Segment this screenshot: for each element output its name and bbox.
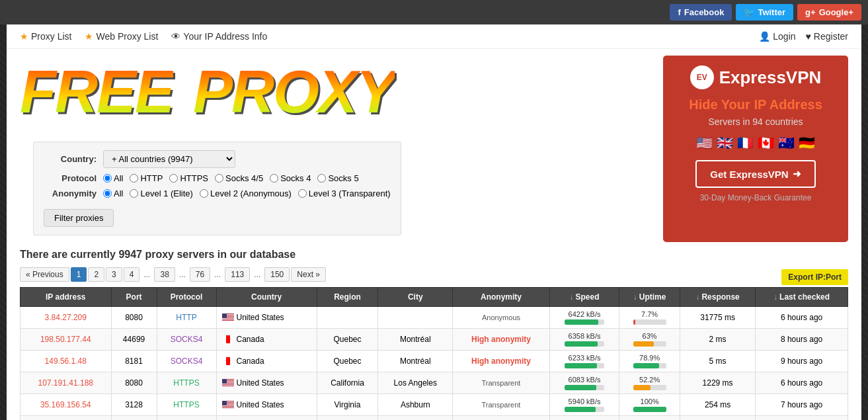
nav-login[interactable]: 👤 Login xyxy=(759,31,795,42)
ad-brand: ExpressVPN xyxy=(719,67,822,88)
ip-link[interactable]: 149.56.1.48 xyxy=(45,357,87,366)
ip-link[interactable]: 107.191.41.188 xyxy=(38,378,93,388)
cell-last-checked: 7 hours ago xyxy=(756,416,848,421)
cell-speed: 6083 kB/s xyxy=(549,372,619,394)
ip-link[interactable]: 3.84.27.209 xyxy=(45,313,87,322)
export-button[interactable]: Export IP:Port xyxy=(781,269,848,285)
cell-country: United States xyxy=(216,416,317,421)
cell-city: Montréal xyxy=(378,329,453,351)
cell-ip: 35.169.156.54 xyxy=(20,394,112,416)
anon-all[interactable]: All xyxy=(103,189,123,198)
cell-last-checked: 8 hours ago xyxy=(756,329,848,351)
protocol-https[interactable]: HTTPS xyxy=(169,173,208,183)
svg-rect-5 xyxy=(222,319,234,320)
facebook-button[interactable]: f Facebook xyxy=(670,4,732,21)
page-dots-1: ... xyxy=(141,268,153,281)
protocol-socks5[interactable]: Socks 5 xyxy=(317,173,358,183)
nav-ip-label: Your IP Address Info xyxy=(183,31,267,42)
google-label: Google+ xyxy=(819,7,853,17)
cell-ip: 3.84.27.209 xyxy=(20,307,112,329)
protocol-socks4[interactable]: Socks 4 xyxy=(270,173,311,183)
anon-level2[interactable]: Level 2 (Anonymous) xyxy=(200,189,292,198)
anon-level1[interactable]: Level 1 (Elite) xyxy=(130,189,192,198)
protocol-socks45[interactable]: Socks 4/5 xyxy=(215,173,263,183)
nav-register[interactable]: ♥ Register xyxy=(806,31,848,42)
page-btn-2[interactable]: 2 xyxy=(88,267,104,282)
cell-port: 8080 xyxy=(111,307,157,329)
nav-ip-info[interactable]: 👁 Your IP Address Info xyxy=(171,31,267,42)
page-btn-113[interactable]: 113 xyxy=(225,267,250,282)
uptime-label: 7.7% xyxy=(641,310,658,318)
speed-label: 6422 kB/s xyxy=(569,310,601,318)
cell-response: 62 ms xyxy=(680,416,756,421)
prev-page-btn[interactable]: « Previous xyxy=(20,267,69,282)
th-region: Region xyxy=(317,288,378,307)
nav-web-proxy-label: Web Proxy List xyxy=(96,31,158,42)
ip-link[interactable]: 35.169.156.54 xyxy=(40,400,91,409)
nav-register-label: Register xyxy=(814,31,848,42)
next-page-btn[interactable]: Next » xyxy=(291,267,326,282)
page-btn-4[interactable]: 4 xyxy=(124,267,140,282)
country-name: United States xyxy=(237,378,284,388)
country-name: Canada xyxy=(237,357,264,366)
cell-region: Quebec xyxy=(317,351,378,372)
table-row: 35.169.156.54 3128 HTTPS United States V… xyxy=(20,394,848,416)
country-select[interactable]: + All countries (9947) xyxy=(103,150,235,168)
nav-login-label: Login xyxy=(773,31,795,42)
nav-proxy-list-label: Proxy List xyxy=(31,31,71,42)
twitter-label: Twitter xyxy=(758,7,785,17)
cell-region xyxy=(317,307,378,329)
page-btn-76[interactable]: 76 xyxy=(190,267,210,282)
page-btn-38[interactable]: 38 xyxy=(154,267,175,282)
cell-protocol: HTTPS xyxy=(157,394,216,416)
table-row: 38.91.100.122 3128 HTTPS United States T… xyxy=(20,416,848,421)
db-count: There are currently 9947 proxy servers i… xyxy=(20,249,848,261)
cell-region: Virginia xyxy=(317,394,378,416)
cell-port: 3128 xyxy=(111,394,157,416)
main-container: ★ Proxy List ★ Web Proxy List 👁 Your IP … xyxy=(7,24,861,420)
logo-word-free: FREE xyxy=(20,62,173,122)
protocol-http[interactable]: HTTP xyxy=(130,173,163,183)
cell-last-checked: 6 hours ago xyxy=(756,372,848,394)
th-country: Country xyxy=(216,288,317,307)
page-btn-150[interactable]: 150 xyxy=(264,267,290,282)
cell-country: United States xyxy=(216,372,317,394)
ip-link[interactable]: 198.50.177.44 xyxy=(40,335,91,344)
cell-response: 254 ms xyxy=(680,394,756,416)
uptime-bar-outer xyxy=(633,319,666,325)
cell-city xyxy=(378,307,453,329)
cell-anonymity: Transparent xyxy=(453,372,550,394)
cell-region: Quebec xyxy=(317,329,378,351)
anonymity-label: Anonymity xyxy=(44,189,97,198)
cell-country: United States xyxy=(216,307,317,329)
nav-web-proxy-list[interactable]: ★ Web Proxy List xyxy=(85,31,158,42)
nav-proxy-list[interactable]: ★ Proxy List xyxy=(20,31,71,42)
get-vpn-button[interactable]: Get ExpressVPN ➜ xyxy=(695,160,815,188)
google-button[interactable]: g+ Google+ xyxy=(797,4,861,21)
filter-proxies-button[interactable]: Filter proxies xyxy=(44,209,114,227)
th-uptime: ↓Uptime xyxy=(619,288,680,307)
flag-fr-icon: 🇫🇷 xyxy=(737,135,754,151)
th-response: ↓Response xyxy=(680,288,756,307)
protocol-all[interactable]: All xyxy=(103,173,123,183)
anon-level3[interactable]: Level 3 (Transparent) xyxy=(298,189,391,198)
page-btn-3[interactable]: 3 xyxy=(106,267,122,282)
speed-label: 6083 kB/s xyxy=(569,376,601,384)
twitter-button[interactable]: 🐦 Twitter xyxy=(736,4,793,21)
svg-rect-18 xyxy=(222,384,234,384)
svg-rect-6 xyxy=(222,321,234,321)
cell-response: 31775 ms xyxy=(680,307,756,329)
ev-badge: EV xyxy=(690,65,714,89)
uptime-bar-outer xyxy=(633,407,666,412)
hero-left: FREE PROXY Country: + All countries (994… xyxy=(20,56,650,242)
table-body: 3.84.27.209 8080 HTTP United States Anon… xyxy=(20,307,848,421)
page-btn-1[interactable]: 1 xyxy=(71,267,87,282)
th-protocol: Protocol xyxy=(157,288,216,307)
person-icon: 👤 xyxy=(759,31,770,42)
hero-section: FREE PROXY Country: + All countries (994… xyxy=(7,49,861,249)
cell-region: California xyxy=(317,372,378,394)
content-section: There are currently 9947 proxy servers i… xyxy=(7,249,861,420)
cell-last-checked: 7 hours ago xyxy=(756,394,848,416)
cell-response: 1229 ms xyxy=(680,372,756,394)
country-filter-row: Country: + All countries (9947) xyxy=(44,150,391,168)
